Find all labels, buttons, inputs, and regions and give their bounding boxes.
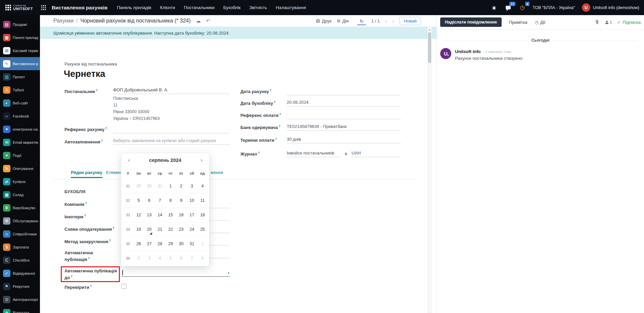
calendar-day[interactable]: 15 [165,208,176,222]
new-button[interactable]: Новий [400,17,421,25]
help-marker[interactable]: ? [105,127,107,130]
calendar-day[interactable]: 3 [144,251,155,265]
currency-field-value[interactable]: UAH [352,150,401,157]
user-menu[interactable]: U Unitsoft info (demoshow) [582,3,639,12]
unitsoft-logo[interactable]: Custom by UNITSOFT [3,3,35,12]
sidebar-item[interactable]: ⚑Рекрутинг [0,280,40,293]
discard-undo-icon[interactable]: ↶ [206,18,210,23]
recipient-bank-field-value[interactable]: TE02145879639 - Приватбанк [287,124,401,131]
calendar-day[interactable]: 31 [187,237,197,251]
calendar-day[interactable]: 23 [176,222,187,236]
calendar-day[interactable]: 5 [133,193,144,208]
messages-icon[interactable]: 17 [504,4,512,11]
calendar-day[interactable]: 14 [154,208,165,222]
calendar-day[interactable]: 29 [133,179,144,193]
nav-menu-item[interactable]: Бухоблік [223,5,240,10]
nav-menu-item[interactable]: Панель приладів [117,5,151,10]
calendar-day[interactable]: 22 [165,222,176,236]
apps-grid-icon[interactable] [38,3,48,13]
sidebar-item[interactable]: ▦Склад [0,188,40,201]
sidebar-item[interactable]: CCheckBox [0,254,40,267]
payment-terms-field-value[interactable]: 30 днів [287,137,401,143]
sidebar-item[interactable]: ⇄Купівля [0,175,40,188]
checked-checkbox[interactable] [121,284,126,289]
help-marker[interactable]: ? [84,214,86,217]
help-marker[interactable]: ? [71,275,73,278]
calendar-day[interactable]: 4 [197,179,208,193]
nav-menu-item[interactable]: Налаштування [276,5,306,10]
calendar-day[interactable]: 5 [165,251,176,265]
calendar-day[interactable]: 12 [133,208,144,222]
auto-post-until-input[interactable]: ▾ [121,269,230,277]
nav-menu-item[interactable]: Звітність [249,5,267,10]
calendar-day[interactable]: 20 [144,222,155,236]
help-marker[interactable]: ? [275,137,277,141]
calendar-day[interactable]: 8 [165,193,176,208]
sidebar-item[interactable]: ✦електронне на... [0,123,40,136]
help-marker[interactable]: ? [258,151,260,154]
calendar-day[interactable]: 18 [197,208,208,222]
calendar-day[interactable]: 29 [165,237,176,251]
app-menu-title[interactable]: Виставлення рахунків [52,5,107,10]
followers-button[interactable]: 1 [605,20,612,25]
follow-button[interactable]: ✓ Підписка [617,20,641,25]
company-switcher[interactable]: ТОВ "БПЛА - Україна" [533,5,575,10]
sidebar-item[interactable]: ⊙Автотранспорт [0,293,40,306]
tab-invoice-lines[interactable]: Рядки рахунку [71,170,102,178]
refresh-button[interactable]: ↻ [357,17,366,25]
sidebar-item[interactable]: ▥Проект [0,70,40,83]
sidebar-item[interactable]: ✶Події [0,149,40,162]
debug-icon[interactable] [490,4,498,11]
sidebar-item[interactable]: ✎Виставлення ра... [0,57,40,70]
calendar-day[interactable]: 6 [144,193,155,208]
activities-button[interactable]: ◷ Дії [535,20,545,25]
calendar-day[interactable]: 30 [176,237,187,251]
sidebar-item[interactable]: ✈Відпустка [0,306,40,313]
calendar-day[interactable]: 1 [197,237,208,251]
send-message-button[interactable]: Надіслати повідомлення [440,17,502,27]
help-marker[interactable]: ? [279,125,281,128]
message-author[interactable]: Unitsoft info- 3 хвилини тому [455,49,511,54]
invoice-date-field-input[interactable] [287,88,401,95]
nav-menu-item[interactable]: Постачальники [184,5,215,10]
invoice-ref-field-input[interactable] [113,126,230,133]
supplier-field-value[interactable]: ФОП Добровольський В. А. [113,87,230,94]
calendar-day[interactable]: 8 [197,251,208,265]
calendar-day[interactable]: 21 [154,222,165,236]
help-marker[interactable]: ? [101,139,103,142]
calendar-day[interactable]: 2 [176,179,187,193]
scroll-up-icon[interactable]: ▲ [428,27,431,32]
calendar-day[interactable]: 31 [154,179,165,193]
calendar-day[interactable]: 10 [187,193,197,208]
calendar-day[interactable]: 11 [197,193,208,208]
help-marker[interactable]: ? [279,113,281,116]
calendar-day[interactable]: 26 [133,237,144,251]
calendar-day[interactable]: 30 [144,179,155,193]
calendar-day[interactable]: 7 [187,251,197,265]
calendar-day[interactable]: 25 [197,222,208,236]
calendar-day[interactable]: 27 [144,237,155,251]
activities-icon[interactable]: ◷ 6 [518,4,526,11]
help-marker[interactable]: ? [88,257,90,260]
autofill-field-input[interactable]: Виберіть замовлення на купівлю або стари… [113,138,230,145]
sidebar-item[interactable]: ✎Опитування [0,162,40,175]
help-marker[interactable]: ? [96,89,98,92]
help-marker[interactable]: ? [270,89,272,92]
calendar-next-icon[interactable]: › [198,157,205,163]
sidebar-item[interactable]: ▤Продажі [0,18,40,31]
help-marker[interactable]: ? [85,202,87,205]
calendar-day[interactable]: 9 [176,193,187,208]
calendar-day[interactable]: 7 [154,193,165,208]
sidebar-item[interactable]: ⚒Обслуговування [0,214,40,227]
payment-ref-field-input[interactable] [287,112,401,119]
calendar-month-title[interactable]: серпень 2024 [149,158,181,163]
message-avatar[interactable]: U [440,48,451,59]
calendar-day[interactable]: 1 [165,179,176,193]
save-cloud-icon[interactable]: ☁ [196,18,201,23]
print-button[interactable]: Друк [316,18,331,24]
sidebar-item[interactable]: ✉Email-маркетинг [0,136,40,149]
sidebar-item[interactable]: ∞Facebook [0,109,40,123]
pager-next-icon[interactable]: › [393,18,394,24]
calendar-prev-icon[interactable]: ‹ [125,157,133,163]
calendar-day[interactable]: 19 [133,222,144,236]
